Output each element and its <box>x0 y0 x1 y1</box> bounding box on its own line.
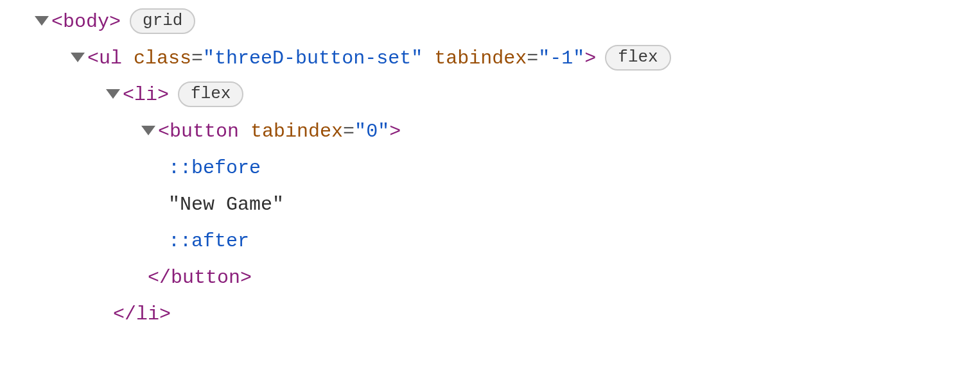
tree-node-li[interactable]: <li> flex <box>0 77 980 114</box>
pseudo-element-after: ::after <box>168 223 249 260</box>
dom-tree[interactable]: <body> grid <ul class="threeD-button-set… <box>0 0 980 333</box>
angle-bracket: > <box>159 296 171 333</box>
angle-bracket: > <box>109 4 121 40</box>
angle-bracket: > <box>584 40 596 77</box>
disclosure-triangle-icon[interactable] <box>35 16 49 26</box>
tree-node-ul[interactable]: <ul class="threeD-button-set" tabindex="… <box>0 40 980 77</box>
layout-badge-flex[interactable]: flex <box>605 45 670 71</box>
tree-node-text[interactable]: "New Game" <box>0 187 980 223</box>
angle-bracket: < <box>87 40 99 77</box>
disclosure-triangle-icon[interactable] <box>141 126 155 135</box>
attr-quote: " <box>411 40 423 77</box>
tree-node-body[interactable]: <body> grid <box>0 4 980 40</box>
disclosure-triangle-icon[interactable] <box>106 89 120 99</box>
attr-quote: " <box>538 40 550 77</box>
pseudo-element-before: ::before <box>168 150 261 187</box>
attr-eq: = <box>343 114 354 150</box>
text-node-content: "New Game" <box>168 187 284 223</box>
attr-value-class: threeD-button-set <box>214 40 411 77</box>
attr-quote: " <box>378 114 389 150</box>
tree-node-button[interactable]: <button tabindex="0"> <box>0 114 980 150</box>
angle-bracket: </ <box>113 296 136 333</box>
attr-name-class: class <box>134 40 191 77</box>
attr-value-tabindex: 0 <box>366 114 378 150</box>
tag-name: button <box>171 260 240 296</box>
angle-bracket: > <box>240 260 252 296</box>
angle-bracket: > <box>389 114 401 150</box>
disclosure-triangle-icon[interactable] <box>71 53 85 62</box>
layout-badge-grid[interactable]: grid <box>130 8 195 34</box>
tree-node-pseudo-before[interactable]: ::before <box>0 150 980 187</box>
tag-name: li <box>134 77 157 114</box>
attr-value-tabindex: -1 <box>550 40 573 77</box>
attr-quote: " <box>203 40 214 77</box>
angle-bracket: < <box>51 4 63 40</box>
attr-name-tabindex: tabindex <box>434 40 527 77</box>
attr-eq: = <box>527 40 538 77</box>
tree-node-li-close[interactable]: </li> <box>0 296 980 333</box>
angle-bracket: > <box>157 77 169 114</box>
tag-name: button <box>170 114 239 150</box>
tag-name: li <box>136 296 159 333</box>
tag-name: body <box>63 4 109 40</box>
tree-node-button-close[interactable]: </button> <box>0 260 980 296</box>
tree-node-pseudo-after[interactable]: ::after <box>0 223 980 260</box>
attr-eq: = <box>191 40 203 77</box>
angle-bracket: < <box>158 114 170 150</box>
attr-quote: " <box>573 40 584 77</box>
attr-name-tabindex: tabindex <box>250 114 343 150</box>
attr-quote: " <box>354 114 366 150</box>
layout-badge-flex[interactable]: flex <box>178 81 243 107</box>
angle-bracket: < <box>123 77 134 114</box>
tag-name: ul <box>99 40 122 77</box>
angle-bracket: </ <box>148 260 171 296</box>
